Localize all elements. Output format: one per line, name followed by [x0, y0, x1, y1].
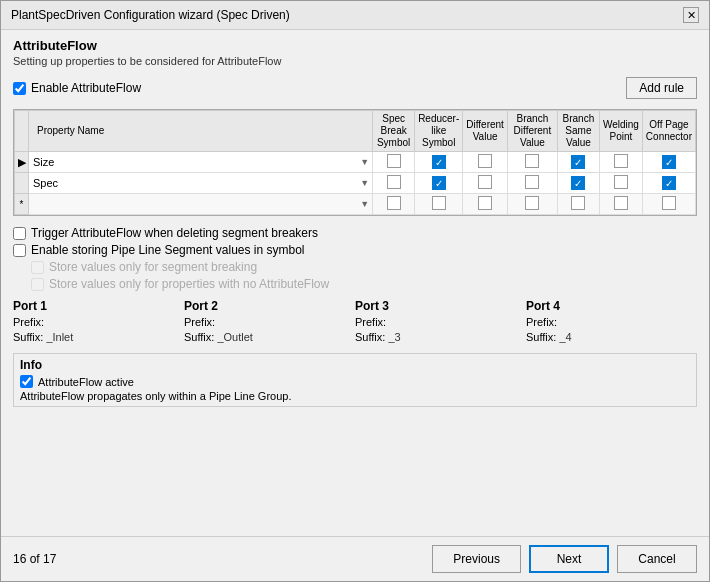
off-page-header: Off Page Connector: [642, 111, 695, 152]
port4-suffix-label: Suffix:: [526, 331, 556, 343]
property-name-header: Property Name: [29, 111, 373, 152]
port3-suffix-value: _3: [388, 331, 400, 343]
reducer-3[interactable]: [415, 194, 463, 215]
checkbox-empty[interactable]: [478, 175, 492, 189]
branch-same-2[interactable]: ✓: [557, 173, 599, 194]
dropdown-arrow-2[interactable]: ▼: [360, 178, 369, 188]
spec-break-header: Spec Break Symbol: [373, 111, 415, 152]
title-bar: PlantSpecDriven Configuration wizard (Sp…: [1, 1, 709, 30]
main-window: PlantSpecDriven Configuration wizard (Sp…: [0, 0, 710, 582]
branch-same-3[interactable]: [557, 194, 599, 215]
spec-break-2[interactable]: [373, 173, 415, 194]
spec-break-3[interactable]: [373, 194, 415, 215]
branch-same-1[interactable]: ✓: [557, 152, 599, 173]
section-subtitle: Setting up properties to be considered f…: [13, 55, 697, 67]
next-button[interactable]: Next: [529, 545, 609, 573]
row-indicator-3: *: [15, 194, 29, 215]
checkbox-empty[interactable]: [614, 154, 628, 168]
welding-point-header: Welding Point: [599, 111, 642, 152]
port4-col: Port 4 Prefix: Suffix: _4: [526, 299, 697, 343]
port3-suffix-label: Suffix:: [355, 331, 385, 343]
ports-section: Port 1 Prefix: Suffix: _Inlet Port 2 Pre…: [13, 299, 697, 343]
trigger-label: Trigger AttributeFlow when deleting segm…: [31, 226, 318, 240]
enable-checkbox[interactable]: [13, 82, 26, 95]
checkbox-checked[interactable]: ✓: [432, 176, 446, 190]
close-button[interactable]: ✕: [683, 7, 699, 23]
off-page-3[interactable]: [642, 194, 695, 215]
prop-name-cell-2: Spec ▼: [29, 173, 373, 194]
checkbox-checked[interactable]: ✓: [662, 155, 676, 169]
table-container: Property Name Spec Break Symbol Reducer-…: [13, 109, 697, 216]
store-segment-option: Store values only for segment breaking: [13, 260, 697, 274]
checkbox-checked[interactable]: ✓: [571, 176, 585, 190]
port4-suffix: Suffix: _4: [526, 331, 697, 343]
off-page-1[interactable]: ✓: [642, 152, 695, 173]
port2-title: Port 2: [184, 299, 355, 313]
branch-diff-2[interactable]: [507, 173, 557, 194]
port1-title: Port 1: [13, 299, 184, 313]
port2-suffix-value: _Outlet: [217, 331, 252, 343]
diff-val-2[interactable]: [463, 173, 508, 194]
prop-name-cell-1: Size ▼: [29, 152, 373, 173]
cancel-button[interactable]: Cancel: [617, 545, 697, 573]
checkbox-empty[interactable]: [614, 175, 628, 189]
checkbox-empty[interactable]: [387, 175, 401, 189]
checkbox-empty[interactable]: [525, 154, 539, 168]
port2-suffix: Suffix: _Outlet: [184, 331, 355, 343]
port1-suffix-label: Suffix:: [13, 331, 43, 343]
checkbox-empty[interactable]: [614, 196, 628, 210]
add-rule-button[interactable]: Add rule: [626, 77, 697, 99]
branch-diff-1[interactable]: [507, 152, 557, 173]
checkbox-empty[interactable]: [525, 175, 539, 189]
checkbox-empty[interactable]: [525, 196, 539, 210]
prop-name-1: Size: [33, 156, 54, 168]
checkbox-empty[interactable]: [387, 196, 401, 210]
diff-val-3[interactable]: [463, 194, 508, 215]
previous-button[interactable]: Previous: [432, 545, 521, 573]
branch-different-header: Branch Different Value: [507, 111, 557, 152]
enable-storing-option: Enable storing Pipe Line Segment values …: [13, 243, 697, 257]
info-active-row: AttributeFlow active: [20, 375, 690, 388]
info-active-checkbox[interactable]: [20, 375, 33, 388]
enable-storing-checkbox[interactable]: [13, 244, 26, 257]
checkbox-checked[interactable]: ✓: [432, 155, 446, 169]
port1-prefix-label: Prefix:: [13, 316, 44, 328]
reducer-2[interactable]: ✓: [415, 173, 463, 194]
welding-2[interactable]: [599, 173, 642, 194]
branch-same-header: Branch Same Value: [557, 111, 599, 152]
branch-diff-3[interactable]: [507, 194, 557, 215]
checkbox-checked[interactable]: ✓: [662, 176, 676, 190]
trigger-checkbox[interactable]: [13, 227, 26, 240]
enable-label[interactable]: Enable AttributeFlow: [13, 81, 141, 95]
checkbox-empty[interactable]: [432, 196, 446, 210]
port1-suffix-value: _Inlet: [46, 331, 73, 343]
welding-3[interactable]: [599, 194, 642, 215]
prop-name-cell-3: ▼: [29, 194, 373, 215]
checkbox-checked[interactable]: ✓: [571, 155, 585, 169]
store-segment-label: Store values only for segment breaking: [49, 260, 257, 274]
prop-name-2: Spec: [33, 177, 58, 189]
reducer-1[interactable]: ✓: [415, 152, 463, 173]
welding-1[interactable]: [599, 152, 642, 173]
port2-suffix-label: Suffix:: [184, 331, 214, 343]
diff-val-1[interactable]: [463, 152, 508, 173]
checkbox-empty[interactable]: [478, 196, 492, 210]
store-segment-checkbox[interactable]: [31, 261, 44, 274]
checkbox-empty[interactable]: [387, 154, 401, 168]
port3-title: Port 3: [355, 299, 526, 313]
info-propagates-label: AttributeFlow propagates only within a P…: [20, 390, 690, 402]
checkbox-empty[interactable]: [662, 196, 676, 210]
checkbox-empty[interactable]: [478, 154, 492, 168]
reducer-header: Reducer-like Symbol: [415, 111, 463, 152]
table-header-row: Property Name Spec Break Symbol Reducer-…: [15, 111, 696, 152]
port4-prefix: Prefix:: [526, 316, 697, 328]
spec-break-1[interactable]: [373, 152, 415, 173]
store-no-attrib-checkbox[interactable]: [31, 278, 44, 291]
dropdown-arrow-3[interactable]: ▼: [360, 199, 369, 209]
dropdown-arrow-1[interactable]: ▼: [360, 157, 369, 167]
off-page-2[interactable]: ✓: [642, 173, 695, 194]
table-row: ▶ Size ▼ ✓ ✓ ✓: [15, 152, 696, 173]
checkbox-empty[interactable]: [571, 196, 585, 210]
enable-text: Enable AttributeFlow: [31, 81, 141, 95]
port2-col: Port 2 Prefix: Suffix: _Outlet: [184, 299, 355, 343]
